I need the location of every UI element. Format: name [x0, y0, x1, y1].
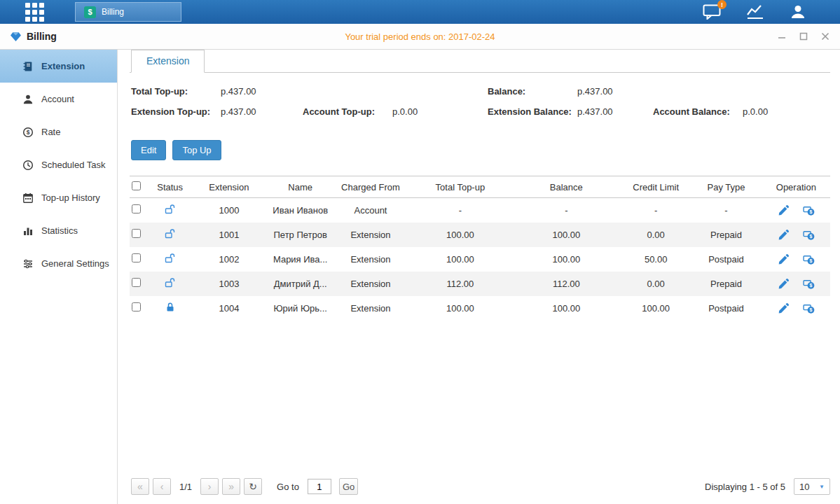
sidebar-item-rate[interactable]: $ Rate: [0, 115, 117, 148]
app-launcher-icon[interactable]: [25, 3, 44, 22]
top-up-row-icon[interactable]: $: [803, 229, 815, 241]
header-name: Name: [269, 176, 332, 198]
header-balance: Balance: [511, 176, 621, 198]
balance-cell: 100.00: [511, 296, 621, 321]
chevron-down-icon: ▼: [819, 484, 825, 490]
top-up-row-icon[interactable]: $: [803, 278, 815, 290]
maximize-button[interactable]: [799, 31, 808, 41]
row-checkbox[interactable]: [132, 278, 141, 287]
header-operation: Operation: [762, 176, 830, 198]
extension-cell: 1004: [189, 296, 268, 321]
edit-row-icon[interactable]: [778, 253, 790, 265]
trial-notice: Your trial period ends on: 2017-02-24: [0, 31, 840, 42]
sidebar-item-topup-history[interactable]: Top-up History: [0, 181, 117, 214]
total-topup-cell: 112.00: [409, 272, 511, 296]
go-button[interactable]: Go: [339, 478, 358, 495]
svg-text:$: $: [810, 258, 813, 264]
chart-icon[interactable]: [746, 4, 764, 20]
balance-field: Balance: p.437.00: [488, 86, 653, 97]
row-checkbox[interactable]: [132, 229, 141, 238]
balance-cell: -: [511, 198, 621, 223]
top-up-button[interactable]: Top Up: [172, 140, 221, 160]
window-title: Billing: [27, 31, 57, 42]
sidebar-item-label: Rate: [41, 127, 60, 137]
last-page-button[interactable]: »: [222, 478, 240, 495]
page-size-select[interactable]: 10 ▼: [794, 478, 830, 495]
taskbar-billing-tab[interactable]: $ Billing: [75, 2, 181, 22]
edit-button[interactable]: Edit: [131, 140, 166, 160]
pay-type-cell: Postpaid: [690, 296, 762, 321]
row-checkbox[interactable]: [132, 302, 141, 312]
first-page-button[interactable]: «: [131, 478, 149, 495]
chat-icon[interactable]: !: [703, 4, 721, 20]
minimize-button[interactable]: [777, 31, 787, 41]
total-topup-cell: -: [409, 198, 511, 223]
status-cell: [151, 198, 189, 223]
pay-type-cell: Prepaid: [690, 223, 762, 247]
status-lock-icon: [165, 253, 176, 264]
top-up-row-icon[interactable]: $: [803, 253, 815, 265]
billing-summary: Total Top-up: p.437.00 Balance: p.437.00…: [130, 73, 830, 127]
edit-row-icon[interactable]: [778, 278, 790, 290]
edit-row-icon[interactable]: [778, 204, 790, 216]
topup-history-icon: [22, 192, 34, 204]
balance-label: Balance:: [488, 86, 577, 97]
sidebar-item-extension[interactable]: Extension: [0, 50, 117, 83]
tab-extension[interactable]: Extension: [131, 50, 205, 73]
goto-page-input[interactable]: [308, 479, 331, 494]
sidebar-item-label: General Settings: [41, 258, 109, 269]
table-row[interactable]: 1004 Юрий Юрь... Extension 100.00 100.00…: [130, 296, 830, 321]
table-row[interactable]: 1002 Мария Ива... Extension 100.00 100.0…: [130, 247, 830, 272]
displaying-text: Displaying 1 - 5 of 5: [705, 482, 785, 492]
desktop-topbar: $ Billing !: [0, 0, 840, 24]
next-page-button[interactable]: ›: [200, 478, 219, 495]
status-lock-icon: [165, 204, 176, 215]
sidebar-item-statistics[interactable]: Statistics: [0, 214, 117, 247]
pay-type-cell: Postpaid: [690, 247, 762, 272]
status-lock-icon: [165, 302, 176, 313]
svg-text:$: $: [27, 129, 30, 136]
sidebar-item-general-settings[interactable]: General Settings: [0, 247, 117, 280]
header-total-topup: Total Top-up: [409, 176, 511, 198]
billing-dollar-icon: $: [84, 6, 96, 18]
pagination-bar: « ‹ 1/1 › » ↻ Go to Go Displaying 1 - 5 …: [130, 471, 830, 504]
table-row[interactable]: 1001 Петр Петров Extension 100.00 100.00…: [130, 223, 830, 247]
prev-page-button[interactable]: ‹: [153, 478, 171, 495]
extension-topup-label: Extension Top-up:: [131, 106, 221, 117]
paging-summary: Displaying 1 - 5 of 5 10 ▼: [705, 478, 830, 495]
row-checkbox[interactable]: [132, 204, 141, 214]
sidebar-item-scheduled-task[interactable]: Scheduled Task: [0, 148, 117, 181]
total-topup-cell: 100.00: [409, 223, 511, 247]
row-checkbox[interactable]: [132, 253, 141, 262]
header-extension: Extension: [189, 176, 268, 198]
statistics-icon: [22, 225, 34, 237]
user-icon[interactable]: [790, 4, 806, 20]
table-row[interactable]: 1003 Дмитрий Д... Extension 112.00 112.0…: [130, 272, 830, 296]
refresh-button[interactable]: ↻: [244, 478, 262, 495]
app-body: Extension Account $ Rate Scheduled Task: [0, 50, 840, 504]
pager-controls: « ‹ 1/1 › » ↻ Go to Go: [131, 478, 358, 495]
svg-text:$: $: [810, 209, 813, 215]
top-up-row-icon[interactable]: $: [803, 302, 815, 314]
table-row[interactable]: 1000 Иван Иванов Account - - - - $: [130, 198, 830, 223]
name-cell: Петр Петров: [269, 223, 332, 247]
window-controls: [777, 31, 830, 41]
svg-text:$: $: [810, 234, 813, 239]
select-all-checkbox[interactable]: [132, 181, 141, 190]
close-button[interactable]: [820, 31, 830, 41]
credit-limit-cell: 0.00: [621, 223, 690, 247]
tab-label: Extension: [146, 55, 189, 66]
charged-from-cell: Account: [332, 198, 409, 223]
charged-from-cell: Extension: [332, 223, 409, 247]
operation-cell: $: [762, 296, 830, 321]
sidebar-item-account[interactable]: Account: [0, 83, 117, 115]
top-up-row-icon[interactable]: $: [803, 204, 815, 216]
edit-row-icon[interactable]: [778, 229, 790, 241]
account-icon: [22, 94, 34, 105]
billing-app-icon: [10, 31, 22, 43]
account-topup-field: Account Top-up: p.0.00: [303, 106, 488, 117]
edit-row-icon[interactable]: [778, 302, 790, 314]
account-balance-value: p.0.00: [743, 106, 768, 117]
extension-balance-field: Extension Balance: p.437.00: [488, 106, 653, 117]
credit-limit-cell: 0.00: [621, 272, 690, 296]
